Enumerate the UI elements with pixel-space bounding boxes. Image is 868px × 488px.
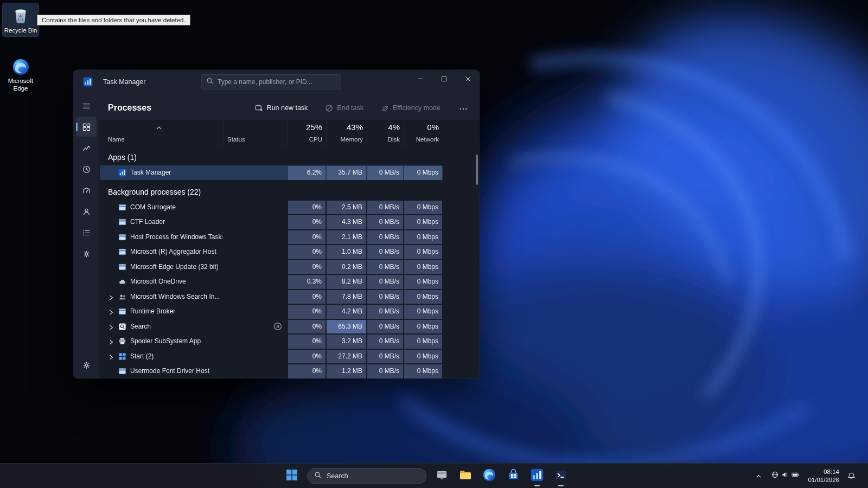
task-manager-icon: [531, 468, 544, 484]
search-icon: [314, 471, 322, 481]
desktop-icon-label: Microsoft Edge: [4, 77, 37, 93]
network-cell: 0 Mbps: [404, 260, 442, 274]
status-cell: [273, 203, 282, 211]
process-search-box[interactable]: [201, 74, 341, 89]
process-row[interactable]: Microsoft (R) Aggregator Host0%1.0 MB0 M…: [73, 245, 480, 260]
network-cell: 0 Mbps: [404, 245, 442, 259]
network-cell: 0 Mbps: [404, 275, 442, 289]
desktop-icon-recycle-bin[interactable]: Recycle Bin: [3, 3, 39, 36]
titlebar[interactable]: Task Manager: [73, 70, 480, 94]
windows-icon: [118, 352, 126, 361]
scrollbar-thumb[interactable]: [476, 155, 478, 185]
memory-cell: 1.0 MB: [327, 245, 366, 259]
hidden-icons-chevron[interactable]: [752, 466, 765, 486]
memory-cell: 65.3 MB: [327, 320, 366, 334]
network-icon: [771, 471, 779, 481]
edge-icon: [483, 468, 496, 484]
disk-cell: 0 MB/s: [367, 364, 403, 378]
taskbar-store[interactable]: [502, 465, 524, 487]
status-cell: [273, 337, 282, 345]
minimize-button[interactable]: [408, 70, 432, 87]
volume-icon: [781, 471, 789, 481]
process-row[interactable]: Search0%65.3 MB0 MB/s0 Mbps: [73, 319, 480, 335]
sidebar-item-menu-toggle[interactable]: [76, 96, 97, 115]
taskbar-edge[interactable]: [478, 465, 500, 487]
run-new-task-button[interactable]: Run new task: [252, 101, 311, 115]
cpu-cell: 0%: [288, 215, 326, 229]
status-cell: [273, 233, 282, 241]
process-group-header[interactable]: Apps (1): [73, 149, 480, 165]
sort-ascending-icon[interactable]: [156, 123, 162, 132]
memory-cell: 8.2 MB: [327, 275, 366, 289]
process-row[interactable]: Microsoft Edge Update (32 bit)0%0.2 MB0 …: [73, 260, 480, 275]
end-task-label: End task: [337, 104, 363, 112]
chevron-placeholder: [108, 219, 115, 226]
running-indicator: [558, 485, 564, 486]
cloud-icon: [118, 278, 126, 286]
window-icon: [118, 307, 126, 316]
taskbar-task-manager[interactable]: [526, 465, 548, 487]
memory-total: 43%: [347, 123, 363, 132]
column-memory[interactable]: 43% Memory: [327, 120, 367, 146]
process-row[interactable]: Spooler SubSystem App0%3.2 MB0 MB/s0 Mbp…: [73, 334, 480, 349]
column-name[interactable]: Name: [108, 136, 125, 143]
process-row[interactable]: Usermode Font Driver Host0%1.2 MB0 MB/s0…: [73, 364, 480, 378]
battery-icon: [792, 471, 800, 481]
notification-bell[interactable]: [845, 466, 858, 486]
taskbar-terminal[interactable]: [550, 465, 572, 487]
clock[interactable]: 08:14 01/01/2026: [806, 468, 841, 484]
maximize-button[interactable]: [432, 70, 456, 87]
start-button[interactable]: [281, 465, 303, 487]
process-search-input[interactable]: [218, 78, 336, 86]
process-row[interactable]: Runtime Broker0%4.2 MB0 MB/s0 Mbps: [73, 304, 480, 319]
scrollbar[interactable]: [476, 152, 478, 374]
network-label: Network: [416, 136, 439, 143]
process-row[interactable]: Start (2)0%27.2 MB0 MB/s0 Mbps: [73, 349, 480, 364]
process-group-header[interactable]: Background processes (22): [73, 184, 480, 200]
network-cell: 0 Mbps: [404, 320, 442, 334]
taskbar-search-box[interactable]: Search: [307, 468, 426, 484]
column-disk[interactable]: 4% Disk: [367, 120, 404, 146]
close-button[interactable]: [456, 70, 480, 87]
recycle-bin-tooltip: Contains the files and folders that you …: [37, 15, 190, 25]
process-row[interactable]: Microsoft Windows Search In...0%7.8 MB0 …: [73, 290, 480, 305]
column-cpu[interactable]: 25% CPU: [288, 120, 326, 146]
disk-label: Disk: [388, 136, 400, 143]
process-row[interactable]: Task Manager6.2%35.7 MB0 MB/s0 Mbps: [73, 165, 480, 181]
column-status[interactable]: Status: [227, 136, 245, 143]
expand-chevron-icon[interactable]: [108, 338, 115, 345]
status-cell: [273, 367, 282, 375]
window-icon: [118, 233, 126, 241]
taskbar-file-explorer[interactable]: [455, 465, 476, 487]
memory-cell: 2.1 MB: [327, 230, 366, 245]
end-task-button[interactable]: End task: [322, 101, 367, 115]
taskmgr-icon: [118, 169, 126, 177]
desktop: Recycle BinMicrosoft Edge Contains the f…: [0, 0, 868, 488]
expand-chevron-icon[interactable]: [108, 293, 115, 300]
system-tray-cluster[interactable]: [768, 466, 802, 486]
microsoft-edge-icon: [12, 59, 29, 75]
process-row[interactable]: Microsoft OneDrive0.3%8.2 MB0 MB/s0 Mbps: [73, 274, 480, 290]
memory-cell: 4.2 MB: [327, 305, 366, 319]
desktop-icon-microsoft-edge[interactable]: Microsoft Edge: [3, 56, 39, 95]
expand-chevron-icon[interactable]: [108, 323, 115, 330]
taskbar-widgets[interactable]: [431, 465, 452, 487]
process-row[interactable]: Host Process for Windows Tasks0%2.1 MB0 …: [73, 230, 480, 245]
memory-cell: 35.7 MB: [327, 166, 366, 180]
run-new-task-label: Run new task: [267, 104, 308, 112]
process-row[interactable]: CTF Loader0%4.3 MB0 MB/s0 Mbps: [73, 215, 480, 230]
efficiency-mode-button[interactable]: Efficiency mode: [378, 101, 444, 115]
disk-cell: 0 MB/s: [367, 201, 403, 215]
more-options-button[interactable]: [455, 101, 472, 114]
cpu-cell: 0.3%: [288, 275, 326, 289]
column-network[interactable]: 0% Network: [404, 120, 443, 146]
status-cell: [273, 262, 282, 271]
expand-chevron-icon[interactable]: [108, 353, 115, 360]
expand-chevron-icon[interactable]: [108, 308, 115, 315]
process-row[interactable]: COM Surrogate0%2.5 MB0 MB/s0 Mbps: [73, 200, 480, 215]
network-total: 0%: [427, 123, 439, 132]
chevron-placeholder: [108, 264, 115, 271]
table-header: Name Status 25% CPU 43% Memory 4% Disk 0…: [73, 120, 480, 146]
memory-cell: 7.8 MB: [327, 290, 366, 304]
chevron-placeholder: [108, 204, 115, 211]
